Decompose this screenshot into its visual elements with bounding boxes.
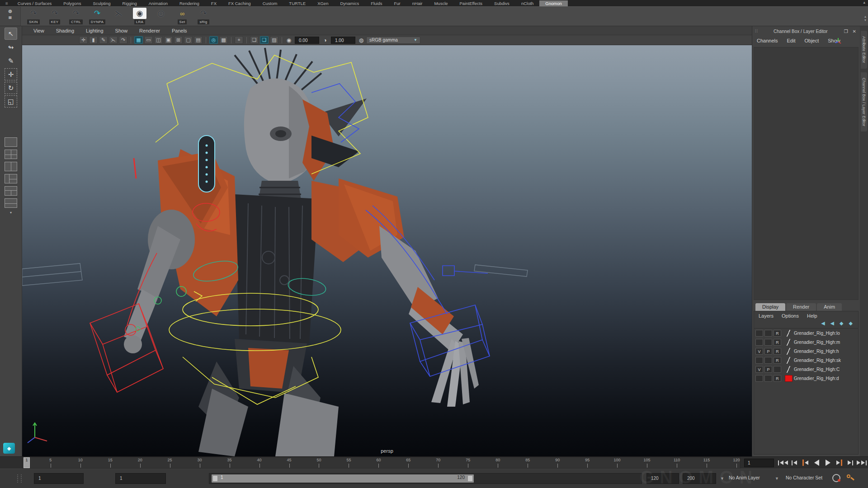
isolate-select-icon[interactable]: ◎ — [209, 36, 218, 44]
layer-color-swatch[interactable] — [785, 339, 793, 346]
grid-display-icon[interactable]: ▦ — [134, 36, 143, 44]
menu-gnomon[interactable]: Gnomon — [539, 0, 567, 6]
layer-playback-toggle[interactable] — [764, 330, 772, 337]
layer-visibility-toggle[interactable] — [755, 357, 763, 364]
safe-title-icon[interactable]: ▤ — [194, 36, 203, 44]
go-to-end-button[interactable] — [856, 457, 867, 469]
viewport-scene[interactable]: persp — [22, 45, 752, 456]
view-transform-dropdown[interactable]: sRGB gamma ▼ — [366, 37, 420, 44]
pivot-icon[interactable]: ✛ — [79, 36, 88, 44]
menu-polygons[interactable]: Polygons — [57, 0, 87, 6]
layer-row[interactable]: VPRGrenadier_Rig_High:h — [754, 347, 858, 356]
range-slider-track[interactable]: 1 120 — [209, 473, 642, 484]
field-chart-icon[interactable]: ⊞ — [174, 36, 183, 44]
select-tool[interactable]: ↖ — [5, 28, 17, 40]
layer-display-type-toggle[interactable]: R — [774, 375, 781, 382]
range-end-handle[interactable] — [467, 475, 473, 482]
layout-single-button[interactable] — [5, 137, 17, 147]
layer-color-swatch[interactable] — [785, 330, 793, 337]
animation-start-field[interactable]: 1 — [34, 473, 84, 484]
pen-icon[interactable]: ✎ — [99, 36, 108, 44]
current-time-indicator[interactable]: 1 — [24, 457, 30, 468]
rotate-tool[interactable]: ↻ — [5, 82, 17, 94]
new-layer-button[interactable]: ◆ — [840, 320, 843, 326]
menu-fx-caching[interactable]: FX Caching — [222, 0, 257, 6]
scale-tool[interactable]: ◱ — [5, 95, 17, 108]
curve-snap-icon[interactable]: ↷ — [119, 36, 127, 44]
layout-more-chevron-icon[interactable]: ▾ — [0, 211, 22, 215]
menu-turtle[interactable]: TURTLE — [283, 0, 311, 6]
panel-menu-renderer[interactable]: Renderer — [134, 28, 165, 33]
layer-editor-menu-options[interactable]: Options — [782, 313, 799, 319]
shelf-scroll-arrows-icon[interactable]: ▴▾ — [864, 15, 866, 22]
menu-dynamics[interactable]: Dynamics — [334, 0, 365, 6]
contrast-icon[interactable]: ◑ — [321, 37, 329, 44]
shelf-button-dynpa[interactable]: ↷DYNPA — [88, 8, 106, 24]
layer-visibility-toggle[interactable]: V — [755, 366, 763, 373]
gamma-icon[interactable]: ◍ — [358, 37, 365, 44]
layer-playback-toggle[interactable] — [764, 357, 772, 364]
channel-box-menu-object[interactable]: Object — [804, 38, 819, 43]
menu-grip-icon[interactable]: ≡ — [2, 1, 12, 6]
paint-select-tool[interactable]: ✎ — [5, 55, 17, 67]
menu-xgen[interactable]: XGen — [311, 0, 334, 6]
animation-preferences-button[interactable] — [846, 474, 854, 482]
playback-end-field[interactable]: 120 — [646, 473, 679, 484]
menu-custom[interactable]: Custom — [257, 0, 283, 6]
range-start-handle[interactable] — [212, 475, 218, 482]
shelf-button-ctrl[interactable]: ↷CTRL — [67, 8, 85, 24]
layer-row[interactable]: RGrenadier_Rig_High:lo — [754, 328, 858, 338]
panel-grip-icon[interactable]: ⁞⁞ — [755, 29, 758, 33]
shelf-button-set[interactable]: ∞Set — [173, 8, 191, 24]
panel-menu-panels[interactable]: Panels — [167, 28, 192, 33]
layer-playback-toggle[interactable] — [764, 375, 772, 382]
layout-split-left-button[interactable] — [5, 174, 17, 183]
move-selected-to-layer-button[interactable]: ◀ — [821, 320, 825, 326]
layer-display-type-toggle[interactable]: R — [774, 339, 781, 346]
layer-display-type-toggle[interactable]: R — [774, 348, 781, 355]
chevron-down-icon[interactable]: ▼ — [775, 476, 779, 481]
manipulator-axis-icon[interactable] — [835, 37, 842, 46]
timeline-ruler[interactable]: 1 51015202530354045505560657075808590951… — [22, 457, 741, 469]
menu-rigging[interactable]: Rigging — [117, 0, 143, 6]
safe-action-icon[interactable]: ▢ — [184, 36, 193, 44]
layout-split-quad-button[interactable] — [5, 150, 17, 159]
collapse-ui-icon[interactable]: ▴ — [863, 0, 865, 5]
side-tab-attribute-editor[interactable]: Attribute Editor — [861, 31, 867, 69]
layer-visibility-toggle[interactable] — [755, 330, 763, 337]
contrast-field[interactable]: 1.00 — [331, 37, 355, 44]
film-gate-icon[interactable]: ▭ — [144, 36, 153, 44]
layer-display-type-toggle[interactable]: R — [774, 330, 781, 337]
menu-sculpting[interactable]: Sculpting — [87, 0, 116, 6]
range-slider-active[interactable]: 1 120 — [212, 474, 474, 483]
menu-fluids[interactable]: Fluids — [365, 0, 388, 6]
go-to-start-button[interactable] — [778, 457, 789, 469]
step-back-key-button[interactable] — [800, 457, 811, 469]
playback-start-field[interactable]: 1 — [115, 473, 166, 484]
joint-icon[interactable]: ⋋ — [109, 36, 118, 44]
close-icon[interactable]: ✕ — [852, 29, 857, 34]
side-tab-channel-box-layer-editor[interactable]: Channel Box / Layer Editor — [861, 72, 867, 132]
panel-menu-shading[interactable]: Shading — [51, 28, 79, 33]
layer-color-swatch[interactable] — [785, 357, 793, 364]
layer-editor-tab-display[interactable]: Display — [755, 303, 785, 311]
menu-fx[interactable]: FX — [205, 0, 222, 6]
character-set-dropdown[interactable]: No Character Set — [786, 475, 822, 480]
image-plane-icon[interactable]: ❏ — [260, 36, 269, 44]
pop-out-icon[interactable]: ❐ — [843, 29, 849, 34]
menu-subdivs[interactable]: Subdivs — [488, 0, 515, 6]
layer-editor-menu-help[interactable]: Help — [807, 313, 817, 319]
layer-row[interactable]: RGrenadier_Rig_High:d — [754, 374, 858, 383]
play-backwards-button[interactable] — [811, 457, 822, 469]
menu-fur[interactable]: Fur — [388, 0, 406, 6]
layer-display-type-toggle[interactable]: R — [774, 357, 781, 364]
xray-icon[interactable]: ▩ — [219, 36, 228, 44]
move-tool[interactable]: ✛ — [5, 68, 17, 80]
anim-layer-dropdown[interactable]: No Anim Layer — [729, 475, 760, 480]
layer-row[interactable]: VPGrenadier_Rig_High:C — [754, 365, 858, 374]
menu-nhair[interactable]: nHair — [406, 0, 429, 6]
current-frame-field[interactable]: 1 — [744, 459, 774, 467]
exposure-icon[interactable]: ◉ — [285, 37, 292, 44]
step-back-frame-button[interactable] — [789, 457, 800, 469]
exposure-field[interactable]: 0.00 — [295, 37, 319, 44]
